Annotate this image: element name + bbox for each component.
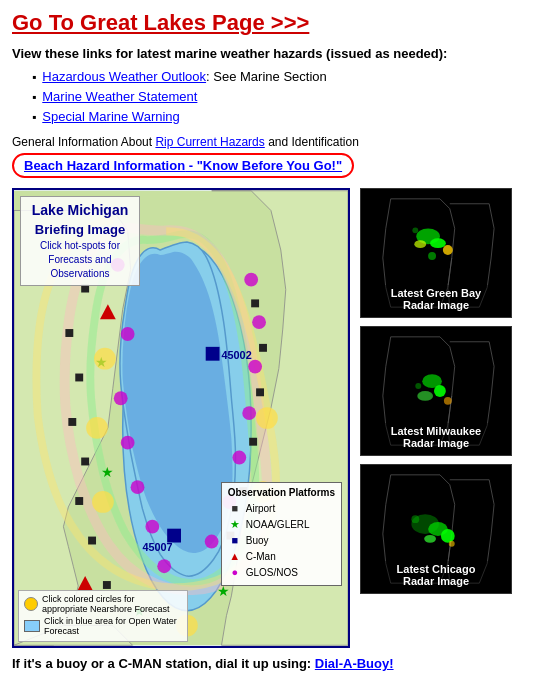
svg-point-66 xyxy=(449,541,455,547)
svg-point-65 xyxy=(411,516,419,524)
svg-point-31[interactable] xyxy=(131,481,145,495)
legend-noaa: ★ NOAA/GLERL xyxy=(228,517,335,531)
buoy-45002[interactable] xyxy=(206,347,220,361)
svg-point-33[interactable] xyxy=(157,560,171,574)
svg-point-43[interactable] xyxy=(92,492,114,514)
svg-point-36[interactable] xyxy=(248,360,262,374)
svg-point-63 xyxy=(441,529,455,543)
noaa-icon: ★ xyxy=(228,517,242,531)
radar-section: Latest Green BayRadar Image Latest Milwa… xyxy=(360,188,531,648)
airport-label: Airport xyxy=(246,503,275,514)
green-bay-radar-label: Latest Green BayRadar Image xyxy=(361,285,511,313)
svg-point-41[interactable] xyxy=(94,348,116,370)
svg-point-32[interactable] xyxy=(145,520,159,534)
svg-rect-18 xyxy=(249,438,257,446)
lake-map[interactable]: 45002 45007 ★ xyxy=(12,188,350,648)
legend-buoy: ■ Buoy xyxy=(228,533,335,547)
legend-title: Observation Platforms xyxy=(228,487,335,498)
list-item: Marine Weather Statement xyxy=(32,89,531,106)
map-click-text: Click hot-spots for Forecasts and Observ… xyxy=(27,239,133,281)
legend-airport: ■ Airport xyxy=(228,501,335,515)
openwater-text: Click in blue area for Open Water Foreca… xyxy=(44,616,182,636)
marine-weather-link[interactable]: Marine Weather Statement xyxy=(42,89,197,104)
svg-point-51 xyxy=(443,246,453,256)
svg-point-56 xyxy=(434,385,446,397)
beach-hazard-link[interactable]: Beach Hazard Information - "Know Before … xyxy=(24,158,342,173)
main-content: 45002 45007 ★ xyxy=(12,188,531,648)
hazardous-suffix: : See Marine Section xyxy=(206,69,327,84)
svg-point-45[interactable] xyxy=(256,408,278,430)
map-title-box: Lake Michigan Briefing Image Click hot-s… xyxy=(20,196,140,286)
openwater-box-icon xyxy=(24,620,40,632)
svg-rect-10 xyxy=(68,418,76,426)
rip-current-link[interactable]: Rip Current Hazards xyxy=(155,135,264,149)
lake-name: Lake Michigan xyxy=(27,201,133,221)
svg-rect-7 xyxy=(81,285,89,293)
list-item: Special Marine Warning xyxy=(32,109,531,126)
marine-links-list: Hazardous Weather Outlook: See Marine Se… xyxy=(32,69,531,125)
nearshore-circle-icon xyxy=(24,597,38,611)
footer-text: If it's a buoy or a C-MAN station, dial … xyxy=(12,656,531,671)
green-bay-radar[interactable]: Latest Green BayRadar Image xyxy=(360,188,512,318)
list-item: Hazardous Weather Outlook: See Marine Se… xyxy=(32,69,531,86)
svg-rect-12 xyxy=(75,497,83,505)
map-section: 45002 45007 ★ xyxy=(12,188,352,648)
svg-rect-11 xyxy=(81,458,89,466)
map-legend: Observation Platforms ■ Airport ★ NOAA/G… xyxy=(221,482,342,586)
buoy-label: Buoy xyxy=(246,535,269,546)
openwater-note: Click in blue area for Open Water Foreca… xyxy=(24,616,182,636)
svg-rect-17 xyxy=(256,389,264,397)
svg-point-37[interactable] xyxy=(242,407,256,421)
svg-point-52 xyxy=(428,252,436,260)
svg-point-50 xyxy=(414,241,426,249)
glos-label: GLOS/NOS xyxy=(246,567,298,578)
svg-rect-13 xyxy=(88,537,96,545)
chicago-radar[interactable]: Latest ChicagoRadar Image xyxy=(360,464,512,594)
svg-point-30[interactable] xyxy=(121,436,135,450)
svg-rect-14 xyxy=(103,581,111,589)
svg-text:45002: 45002 xyxy=(222,349,252,361)
milwaukee-radar-label: Latest MilwaukeeRadar Image xyxy=(361,423,511,451)
svg-point-59 xyxy=(415,384,421,390)
svg-point-40[interactable] xyxy=(205,535,219,549)
rip-current-line: General Information About Rip Current Ha… xyxy=(12,135,531,149)
svg-point-53 xyxy=(412,228,418,234)
svg-point-64 xyxy=(424,535,436,543)
svg-point-49 xyxy=(430,239,446,249)
svg-point-29[interactable] xyxy=(114,392,128,406)
beach-hazard-box: Beach Hazard Information - "Know Before … xyxy=(12,153,354,178)
hazardous-weather-link[interactable]: Hazardous Weather Outlook xyxy=(42,69,206,84)
special-marine-link[interactable]: Special Marine Warning xyxy=(42,109,180,124)
buoy-icon: ■ xyxy=(228,533,242,547)
svg-text:★: ★ xyxy=(101,465,114,481)
svg-rect-15 xyxy=(251,300,259,308)
svg-point-58 xyxy=(444,397,452,405)
nearshore-note: Click colored circles for appropriate Ne… xyxy=(24,594,182,614)
map-notes: Click colored circles for appropriate Ne… xyxy=(18,590,188,642)
svg-point-34[interactable] xyxy=(244,273,258,287)
legend-glos: ● GLOS/NOS xyxy=(228,565,335,579)
footer-prefix: If it's a buoy or a C-MAN station, dial … xyxy=(12,656,315,671)
svg-point-28[interactable] xyxy=(121,327,135,341)
svg-text:45007: 45007 xyxy=(142,542,172,554)
svg-rect-9 xyxy=(75,374,83,382)
glos-icon: ● xyxy=(228,565,242,579)
svg-point-57 xyxy=(417,391,433,401)
milwaukee-radar[interactable]: Latest MilwaukeeRadar Image xyxy=(360,326,512,456)
noaa-label: NOAA/GLERL xyxy=(246,519,310,530)
dial-a-buoy-link[interactable]: Dial-A-Buoy! xyxy=(315,656,394,671)
briefing-label: Briefing Image xyxy=(27,221,133,239)
svg-rect-16 xyxy=(259,344,267,352)
cman-icon: ▲ xyxy=(228,549,242,563)
nearshore-text: Click colored circles for appropriate Ne… xyxy=(42,594,182,614)
chicago-radar-label: Latest ChicagoRadar Image xyxy=(361,561,511,589)
svg-rect-8 xyxy=(65,329,73,337)
airport-icon: ■ xyxy=(228,501,242,515)
legend-cman: ▲ C-Man xyxy=(228,549,335,563)
intro-text: View these links for latest marine weath… xyxy=(12,46,531,61)
svg-point-38[interactable] xyxy=(232,451,246,465)
cman-label: C-Man xyxy=(246,551,276,562)
svg-point-35[interactable] xyxy=(252,316,266,330)
svg-point-42[interactable] xyxy=(86,417,108,439)
great-lakes-page-link[interactable]: Go To Great Lakes Page >>> xyxy=(12,10,531,36)
